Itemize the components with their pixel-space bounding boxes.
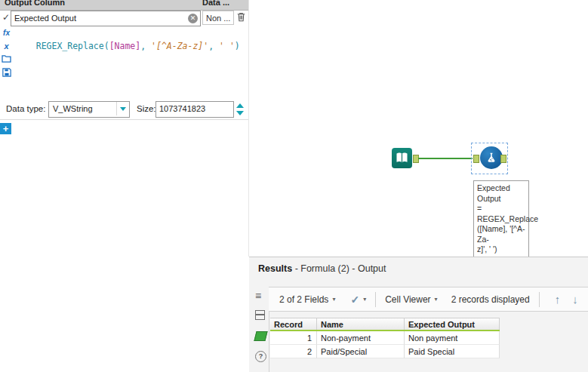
- formula-paren-token: ): [235, 41, 240, 51]
- cell-expected: Paid Special: [405, 345, 500, 358]
- scroll-down-icon[interactable]: ↓: [572, 293, 578, 306]
- saved-expressions-icon[interactable]: [1, 54, 12, 66]
- cell-name: Paid/Special: [317, 345, 405, 358]
- fields-dropdown[interactable]: 2 of 2 Fields: [279, 294, 328, 305]
- size-stepper: [235, 101, 245, 118]
- cell-record: 2: [270, 345, 317, 358]
- stepper-up-icon[interactable]: [236, 103, 244, 108]
- output-column-header: Output Column: [5, 0, 65, 7]
- cell-expected: Non payment: [405, 331, 500, 345]
- flask-icon: [485, 151, 498, 164]
- annotation-line: Expected Output: [477, 183, 525, 204]
- formula-comma-token: ,: [140, 41, 151, 51]
- annotation-line: z]', ' '): [477, 244, 525, 255]
- functions-icon[interactable]: fx: [1, 27, 12, 38]
- formula-expression-editor[interactable]: REGEX_Replace([Name], '[^A-Za-z]', ' '): [15, 30, 240, 62]
- results-grid: Record Name Expected Output 1 Non-paymen…: [270, 318, 500, 358]
- chevron-down-icon[interactable]: ▾: [435, 296, 438, 303]
- stepper-down-icon[interactable]: [236, 111, 244, 115]
- save-expression-icon[interactable]: [1, 68, 12, 79]
- scroll-up-icon[interactable]: ↑: [555, 293, 561, 306]
- annotation-line: ([Name], '[^A-Za-: [477, 224, 525, 244]
- cell-record: 1: [270, 331, 317, 345]
- expression-grid-header: Output Column Data ...: [0, 0, 249, 11]
- row-check-icon[interactable]: ✓: [2, 12, 10, 23]
- size-label: Size:: [137, 104, 156, 113]
- data-view-icon[interactable]: [254, 331, 267, 341]
- delete-row-icon[interactable]: [236, 11, 248, 23]
- cell-name: Non-payment: [317, 331, 405, 345]
- chevron-down-icon[interactable]: ▾: [363, 296, 366, 303]
- formula-input-anchor[interactable]: [473, 155, 479, 163]
- results-toolbar: 2 of 2 Fields ▾ ✓ ▾ Cell Viewer ▾ 2 reco…: [269, 287, 588, 312]
- grid-header-row: Record Name Expected Output: [270, 318, 500, 330]
- metadata-view-icon[interactable]: ≡: [255, 291, 261, 301]
- panel-right-border: [248, 0, 249, 257]
- data-type-abbrev-cell[interactable]: Non ...: [202, 11, 234, 25]
- table-row[interactable]: 2 Paid/Special Paid Special: [270, 345, 500, 358]
- add-expression-button[interactable]: +: [0, 123, 11, 134]
- tool-annotation-tooltip: Expected Output = REGEX_Replace ([Name],…: [473, 180, 529, 258]
- data-type-label: Data type:: [6, 104, 45, 113]
- table-row[interactable]: 1 Non-payment Non payment: [270, 331, 500, 345]
- formula-output-anchor[interactable]: [500, 155, 506, 163]
- column-header-record[interactable]: Record: [270, 318, 317, 330]
- variables-icon[interactable]: x: [1, 41, 12, 52]
- input-data-tool[interactable]: [392, 148, 412, 168]
- results-title-rest: - Formula (2) - Output: [292, 263, 386, 274]
- formula-function-token: REGEX_Replace(: [36, 41, 109, 51]
- results-title-bold: Results: [258, 263, 292, 274]
- data-type-select[interactable]: V_WString: [48, 101, 130, 118]
- output-column-value: Expected Output: [14, 14, 76, 23]
- cell-viewer-dropdown[interactable]: Cell Viewer: [385, 294, 430, 305]
- formula-string-token: '[^A-Za-z]': [151, 41, 208, 51]
- apply-check-icon[interactable]: ✓: [350, 294, 359, 306]
- output-column-input[interactable]: Expected Output ✕: [11, 11, 201, 26]
- results-panel: Results - Formula (2) - Output ≡ ? 2 of …: [249, 257, 588, 372]
- connection-line[interactable]: [418, 158, 473, 159]
- data-type-value: V_WString: [53, 104, 93, 113]
- book-icon: [394, 150, 410, 166]
- size-value: 1073741823: [159, 104, 205, 113]
- data-type-header: Data ...: [202, 0, 229, 7]
- help-icon[interactable]: ?: [255, 351, 266, 362]
- formula-comma-token: ,: [208, 41, 219, 51]
- toolbar-separator: [539, 292, 540, 307]
- annotation-line: = REGEX_Replace: [477, 204, 525, 224]
- formula-config-panel: Output Column Data ... ✓ Expected Output…: [0, 0, 249, 257]
- formula-field-token: [Name]: [109, 41, 141, 51]
- panel-divider: [0, 119, 249, 120]
- column-header-expected[interactable]: Expected Output: [405, 318, 500, 330]
- records-displayed-text: 2 records displayed: [451, 294, 530, 305]
- chevron-down-icon[interactable]: ▾: [332, 296, 335, 303]
- size-input[interactable]: 1073741823: [155, 101, 234, 118]
- formula-tool[interactable]: [480, 146, 503, 169]
- column-header-name[interactable]: Name: [317, 318, 405, 330]
- chevron-down-icon[interactable]: [116, 102, 129, 115]
- results-panel-title: Results - Formula (2) - Output: [258, 263, 386, 274]
- toolbar-separator: [375, 292, 376, 307]
- clear-input-icon[interactable]: ✕: [188, 14, 198, 23]
- profile-view-icon[interactable]: [255, 310, 265, 320]
- formula-string-token: ' ': [219, 41, 235, 51]
